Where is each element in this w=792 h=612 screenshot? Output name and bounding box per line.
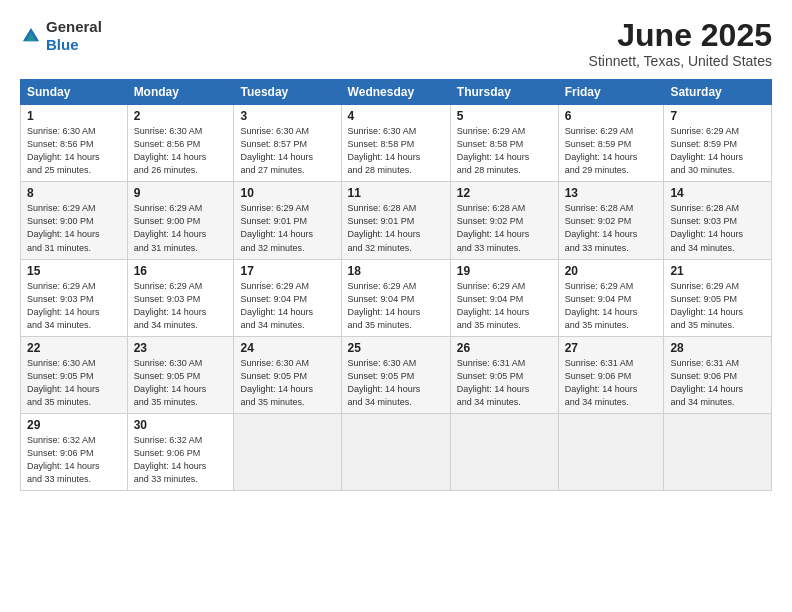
table-row xyxy=(234,413,341,490)
main-title: June 2025 xyxy=(589,18,772,53)
logo: General Blue xyxy=(20,18,102,54)
table-row: 13 Sunrise: 6:28 AMSunset: 9:02 PMDaylig… xyxy=(558,182,664,259)
day-number: 2 xyxy=(134,109,228,123)
table-row: 26 Sunrise: 6:31 AMSunset: 9:05 PMDaylig… xyxy=(450,336,558,413)
table-row xyxy=(558,413,664,490)
table-row: 27 Sunrise: 6:31 AMSunset: 9:06 PMDaylig… xyxy=(558,336,664,413)
table-row: 1 Sunrise: 6:30 AMSunset: 8:56 PMDayligh… xyxy=(21,105,128,182)
table-row: 6 Sunrise: 6:29 AMSunset: 8:59 PMDayligh… xyxy=(558,105,664,182)
table-row: 21 Sunrise: 6:29 AMSunset: 9:05 PMDaylig… xyxy=(664,259,772,336)
day-number: 30 xyxy=(134,418,228,432)
header-area: General Blue June 2025 Stinnett, Texas, … xyxy=(20,18,772,69)
day-info: Sunrise: 6:29 AMSunset: 9:04 PMDaylight:… xyxy=(565,280,658,332)
table-row: 24 Sunrise: 6:30 AMSunset: 9:05 PMDaylig… xyxy=(234,336,341,413)
day-info: Sunrise: 6:29 AMSunset: 9:03 PMDaylight:… xyxy=(134,280,228,332)
day-number: 7 xyxy=(670,109,765,123)
logo-general: General xyxy=(46,18,102,35)
day-number: 20 xyxy=(565,264,658,278)
day-number: 22 xyxy=(27,341,121,355)
day-info: Sunrise: 6:28 AMSunset: 9:01 PMDaylight:… xyxy=(348,202,444,254)
day-number: 9 xyxy=(134,186,228,200)
day-info: Sunrise: 6:30 AMSunset: 9:05 PMDaylight:… xyxy=(240,357,334,409)
day-info: Sunrise: 6:29 AMSunset: 8:58 PMDaylight:… xyxy=(457,125,552,177)
calendar-week-row: 15 Sunrise: 6:29 AMSunset: 9:03 PMDaylig… xyxy=(21,259,772,336)
table-row: 7 Sunrise: 6:29 AMSunset: 8:59 PMDayligh… xyxy=(664,105,772,182)
calendar-week-row: 1 Sunrise: 6:30 AMSunset: 8:56 PMDayligh… xyxy=(21,105,772,182)
table-row: 23 Sunrise: 6:30 AMSunset: 9:05 PMDaylig… xyxy=(127,336,234,413)
col-wednesday: Wednesday xyxy=(341,80,450,105)
day-number: 18 xyxy=(348,264,444,278)
day-info: Sunrise: 6:29 AMSunset: 8:59 PMDaylight:… xyxy=(670,125,765,177)
table-row: 17 Sunrise: 6:29 AMSunset: 9:04 PMDaylig… xyxy=(234,259,341,336)
table-row: 18 Sunrise: 6:29 AMSunset: 9:04 PMDaylig… xyxy=(341,259,450,336)
day-info: Sunrise: 6:30 AMSunset: 8:56 PMDaylight:… xyxy=(27,125,121,177)
col-monday: Monday xyxy=(127,80,234,105)
day-info: Sunrise: 6:29 AMSunset: 9:05 PMDaylight:… xyxy=(670,280,765,332)
day-info: Sunrise: 6:28 AMSunset: 9:02 PMDaylight:… xyxy=(565,202,658,254)
table-row: 16 Sunrise: 6:29 AMSunset: 9:03 PMDaylig… xyxy=(127,259,234,336)
day-number: 14 xyxy=(670,186,765,200)
day-number: 21 xyxy=(670,264,765,278)
day-info: Sunrise: 6:32 AMSunset: 9:06 PMDaylight:… xyxy=(134,434,228,486)
table-row xyxy=(664,413,772,490)
table-row: 9 Sunrise: 6:29 AMSunset: 9:00 PMDayligh… xyxy=(127,182,234,259)
table-row xyxy=(341,413,450,490)
day-number: 6 xyxy=(565,109,658,123)
table-row: 11 Sunrise: 6:28 AMSunset: 9:01 PMDaylig… xyxy=(341,182,450,259)
day-number: 11 xyxy=(348,186,444,200)
day-info: Sunrise: 6:32 AMSunset: 9:06 PMDaylight:… xyxy=(27,434,121,486)
day-number: 12 xyxy=(457,186,552,200)
day-info: Sunrise: 6:31 AMSunset: 9:06 PMDaylight:… xyxy=(565,357,658,409)
day-info: Sunrise: 6:30 AMSunset: 8:56 PMDaylight:… xyxy=(134,125,228,177)
calendar-week-row: 22 Sunrise: 6:30 AMSunset: 9:05 PMDaylig… xyxy=(21,336,772,413)
calendar-week-row: 8 Sunrise: 6:29 AMSunset: 9:00 PMDayligh… xyxy=(21,182,772,259)
day-number: 5 xyxy=(457,109,552,123)
table-row: 22 Sunrise: 6:30 AMSunset: 9:05 PMDaylig… xyxy=(21,336,128,413)
day-number: 1 xyxy=(27,109,121,123)
logo-icon xyxy=(20,25,42,47)
col-tuesday: Tuesday xyxy=(234,80,341,105)
day-info: Sunrise: 6:30 AMSunset: 8:58 PMDaylight:… xyxy=(348,125,444,177)
table-row xyxy=(450,413,558,490)
day-info: Sunrise: 6:29 AMSunset: 9:01 PMDaylight:… xyxy=(240,202,334,254)
day-info: Sunrise: 6:31 AMSunset: 9:06 PMDaylight:… xyxy=(670,357,765,409)
col-thursday: Thursday xyxy=(450,80,558,105)
col-friday: Friday xyxy=(558,80,664,105)
logo-blue: Blue xyxy=(46,36,79,53)
table-row: 20 Sunrise: 6:29 AMSunset: 9:04 PMDaylig… xyxy=(558,259,664,336)
day-info: Sunrise: 6:29 AMSunset: 9:00 PMDaylight:… xyxy=(134,202,228,254)
day-number: 27 xyxy=(565,341,658,355)
calendar-week-row: 29 Sunrise: 6:32 AMSunset: 9:06 PMDaylig… xyxy=(21,413,772,490)
day-number: 29 xyxy=(27,418,121,432)
table-row: 19 Sunrise: 6:29 AMSunset: 9:04 PMDaylig… xyxy=(450,259,558,336)
table-row: 28 Sunrise: 6:31 AMSunset: 9:06 PMDaylig… xyxy=(664,336,772,413)
day-info: Sunrise: 6:29 AMSunset: 9:04 PMDaylight:… xyxy=(240,280,334,332)
day-info: Sunrise: 6:30 AMSunset: 9:05 PMDaylight:… xyxy=(348,357,444,409)
day-number: 28 xyxy=(670,341,765,355)
day-info: Sunrise: 6:28 AMSunset: 9:03 PMDaylight:… xyxy=(670,202,765,254)
day-number: 24 xyxy=(240,341,334,355)
day-number: 19 xyxy=(457,264,552,278)
day-info: Sunrise: 6:31 AMSunset: 9:05 PMDaylight:… xyxy=(457,357,552,409)
table-row: 25 Sunrise: 6:30 AMSunset: 9:05 PMDaylig… xyxy=(341,336,450,413)
day-number: 13 xyxy=(565,186,658,200)
day-number: 4 xyxy=(348,109,444,123)
day-number: 25 xyxy=(348,341,444,355)
title-area: June 2025 Stinnett, Texas, United States xyxy=(589,18,772,69)
calendar-header-row: Sunday Monday Tuesday Wednesday Thursday… xyxy=(21,80,772,105)
day-number: 15 xyxy=(27,264,121,278)
day-number: 3 xyxy=(240,109,334,123)
day-info: Sunrise: 6:29 AMSunset: 9:03 PMDaylight:… xyxy=(27,280,121,332)
day-info: Sunrise: 6:30 AMSunset: 8:57 PMDaylight:… xyxy=(240,125,334,177)
table-row: 8 Sunrise: 6:29 AMSunset: 9:00 PMDayligh… xyxy=(21,182,128,259)
day-number: 23 xyxy=(134,341,228,355)
day-info: Sunrise: 6:29 AMSunset: 9:00 PMDaylight:… xyxy=(27,202,121,254)
day-info: Sunrise: 6:29 AMSunset: 9:04 PMDaylight:… xyxy=(457,280,552,332)
day-info: Sunrise: 6:30 AMSunset: 9:05 PMDaylight:… xyxy=(27,357,121,409)
subtitle: Stinnett, Texas, United States xyxy=(589,53,772,69)
table-row: 14 Sunrise: 6:28 AMSunset: 9:03 PMDaylig… xyxy=(664,182,772,259)
table-row: 4 Sunrise: 6:30 AMSunset: 8:58 PMDayligh… xyxy=(341,105,450,182)
table-row: 10 Sunrise: 6:29 AMSunset: 9:01 PMDaylig… xyxy=(234,182,341,259)
table-row: 29 Sunrise: 6:32 AMSunset: 9:06 PMDaylig… xyxy=(21,413,128,490)
col-sunday: Sunday xyxy=(21,80,128,105)
